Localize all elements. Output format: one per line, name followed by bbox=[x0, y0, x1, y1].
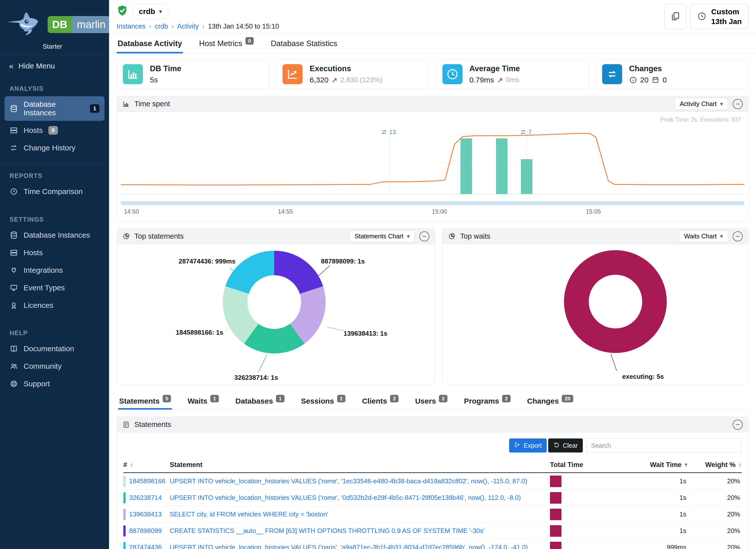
detail-tab-sessions[interactable]: Sessions2 bbox=[300, 393, 346, 409]
minus-circle-icon[interactable]: − bbox=[733, 420, 743, 430]
detail-tab-databases[interactable]: Databases1 bbox=[234, 393, 286, 409]
sort-icon[interactable]: ▲▼ bbox=[738, 463, 742, 467]
statement-link[interactable]: UPSERT INTO vehicle_location_histories V… bbox=[170, 543, 550, 549]
sort-icon[interactable]: ▲▼ bbox=[684, 463, 688, 467]
card-title: Executions bbox=[310, 64, 383, 73]
statement-link[interactable]: SELECT city, id FROM vehicles WHERE city… bbox=[170, 510, 550, 518]
color-chip bbox=[123, 542, 126, 549]
statement-link[interactable]: UPSERT INTO vehicle_location_histories V… bbox=[170, 477, 550, 485]
sidebar-item-community[interactable]: Community bbox=[5, 358, 105, 374]
plug-icon bbox=[10, 266, 18, 275]
donut-slice-label: 139638413: 1s bbox=[344, 330, 388, 337]
pie-chart-icon bbox=[122, 233, 130, 240]
database-icon bbox=[10, 104, 18, 113]
calendar-icon[interactable] bbox=[651, 76, 659, 84]
chart-type-selector[interactable]: Activity Chart ▾ bbox=[675, 98, 728, 110]
count-badge: 2 bbox=[502, 395, 511, 402]
statement-id-link[interactable]: 326238714 bbox=[123, 492, 170, 503]
statement-link[interactable]: CREATE STATISTICS __auto__ FROM [63] WIT… bbox=[170, 527, 550, 535]
statement-id-link[interactable]: 1845898166 bbox=[123, 476, 170, 487]
info-circle-icon[interactable] bbox=[629, 76, 637, 84]
logo-db-badge: DB bbox=[48, 16, 72, 33]
detail-tab-users[interactable]: Users2 bbox=[414, 393, 448, 409]
hosts-icon bbox=[10, 248, 18, 257]
sidebar-section-analysis: ANALYSIS Database Instances 1 Hosts 0 Ch… bbox=[0, 77, 109, 164]
time-range-button[interactable]: Custom 13th Jan bbox=[690, 4, 748, 29]
donut-slice-label: executing: 5s bbox=[622, 373, 664, 381]
column-header-statement: Statement bbox=[170, 461, 550, 469]
sidebar-item-database-instances[interactable]: Database Instances 1 bbox=[5, 96, 105, 121]
tab-host-metrics[interactable]: Host Metrics 0 bbox=[198, 34, 255, 53]
minus-circle-icon[interactable]: − bbox=[733, 99, 743, 109]
minus-circle-icon[interactable]: − bbox=[419, 231, 429, 241]
breadcrumb: Instances › crdb › Activity › 13th Jan 1… bbox=[117, 23, 279, 30]
column-header-weight[interactable]: Weight % ▲▼ bbox=[688, 461, 742, 469]
breadcrumb-crdb[interactable]: crdb bbox=[155, 23, 168, 30]
statement-id-link[interactable]: 139638413 bbox=[123, 509, 170, 520]
panel-title: Top waits bbox=[460, 232, 490, 240]
sidebar-section-help: HELP Documentation Community Support bbox=[0, 321, 109, 400]
sidebar-section-settings: SETTINGS Database Instances Hosts Integr… bbox=[0, 208, 109, 321]
detail-tab-clients[interactable]: Clients2 bbox=[361, 393, 400, 409]
statement-link[interactable]: UPSERT INTO vehicle_location_histories V… bbox=[170, 494, 550, 502]
sidebar-section-reports: REPORTS Time Comparison bbox=[0, 164, 109, 208]
time-spent-chart[interactable]: 137 bbox=[121, 124, 744, 199]
breadcrumb-activity[interactable]: Activity bbox=[177, 23, 199, 30]
swap-icon bbox=[602, 64, 622, 84]
card-title: DB Time bbox=[150, 64, 181, 73]
change-marker[interactable]: 13 bbox=[381, 129, 396, 136]
search-input[interactable] bbox=[586, 438, 742, 452]
chevron-down-icon: ▾ bbox=[720, 101, 723, 107]
column-header-wait-time[interactable]: Wait Time ▲▼ bbox=[605, 461, 688, 469]
sidebar-item-integrations[interactable]: Integrations bbox=[5, 262, 105, 278]
minus-circle-icon[interactable]: − bbox=[733, 231, 743, 241]
chevron-down-icon: ▾ bbox=[720, 233, 723, 240]
sidebar: DB marlin Starter « Hide Menu ANALYSIS D… bbox=[0, 0, 109, 549]
hosts-icon bbox=[10, 126, 18, 135]
chart-type-selector[interactable]: Waits Chart ▾ bbox=[679, 230, 728, 242]
statements-donut-chart[interactable] bbox=[223, 251, 326, 353]
change-marker[interactable]: 7 bbox=[520, 129, 532, 136]
statement-id-link[interactable]: 887898099 bbox=[123, 525, 170, 536]
detail-tab-waits[interactable]: Waits1 bbox=[186, 393, 220, 409]
sidebar-item-hosts-settings[interactable]: Hosts bbox=[5, 245, 105, 261]
detail-tab-changes[interactable]: Changes20 bbox=[526, 393, 574, 409]
sidebar-item-change-history[interactable]: Change History bbox=[5, 140, 105, 156]
chart-type-selector[interactable]: Statements Chart ▾ bbox=[349, 230, 415, 242]
main: crdb ▾ Instances › crdb › Activity › 13t… bbox=[109, 0, 756, 549]
tab-database-activity[interactable]: Database Activity bbox=[117, 34, 183, 53]
table-row: 1845898166UPSERT INTO vehicle_location_h… bbox=[123, 473, 742, 490]
time-spent-panel: Time spent Activity Chart ▾ − Peak Time:… bbox=[117, 96, 748, 221]
color-chip bbox=[123, 492, 126, 503]
sort-icon[interactable]: ▲▼ bbox=[130, 463, 133, 467]
sidebar-item-support[interactable]: Support bbox=[5, 376, 105, 392]
hide-menu-button[interactable]: « Hide Menu bbox=[0, 55, 109, 77]
sidebar-item-database-instances-settings[interactable]: Database Instances bbox=[5, 227, 105, 243]
sidebar-item-event-types[interactable]: Event Types bbox=[5, 280, 105, 296]
edition-label: Starter bbox=[0, 43, 109, 55]
waits-donut-chart[interactable] bbox=[564, 250, 667, 353]
sidebar-item-licences[interactable]: Licences bbox=[5, 297, 105, 313]
chart-zoom-scrollbar[interactable] bbox=[121, 201, 744, 205]
tab-database-statistics[interactable]: Database Statistics bbox=[270, 34, 338, 53]
chevron-down-icon: ▾ bbox=[159, 8, 162, 15]
logo-marlin-badge: marlin bbox=[72, 16, 111, 33]
licence-icon bbox=[10, 301, 18, 310]
community-icon bbox=[10, 362, 18, 371]
book-icon bbox=[10, 344, 18, 353]
table-header: # ▲▼ Statement Total Time Wait Time ▲▼ W bbox=[123, 457, 742, 473]
count-badge: 0 bbox=[245, 37, 254, 45]
peak-note: Peak Time: 2s, Executions: 837 bbox=[660, 116, 741, 123]
copy-button[interactable] bbox=[664, 4, 686, 29]
sidebar-item-documentation[interactable]: Documentation bbox=[5, 341, 105, 357]
breadcrumb-instances[interactable]: Instances bbox=[117, 23, 146, 30]
column-header-id[interactable]: # ▲▼ bbox=[123, 461, 170, 469]
detail-tab-programs[interactable]: Programs2 bbox=[463, 393, 512, 409]
sidebar-item-time-comparison[interactable]: Time Comparison bbox=[5, 184, 105, 200]
sidebar-item-hosts[interactable]: Hosts 0 bbox=[5, 122, 105, 138]
clear-button[interactable]: Clear bbox=[548, 438, 583, 452]
detail-tab-statements[interactable]: Statements5 bbox=[118, 393, 172, 409]
instance-selector[interactable]: crdb ▾ bbox=[133, 4, 168, 19]
statement-id-link[interactable]: 287474436 bbox=[123, 542, 170, 549]
export-button[interactable]: Export bbox=[509, 438, 547, 452]
